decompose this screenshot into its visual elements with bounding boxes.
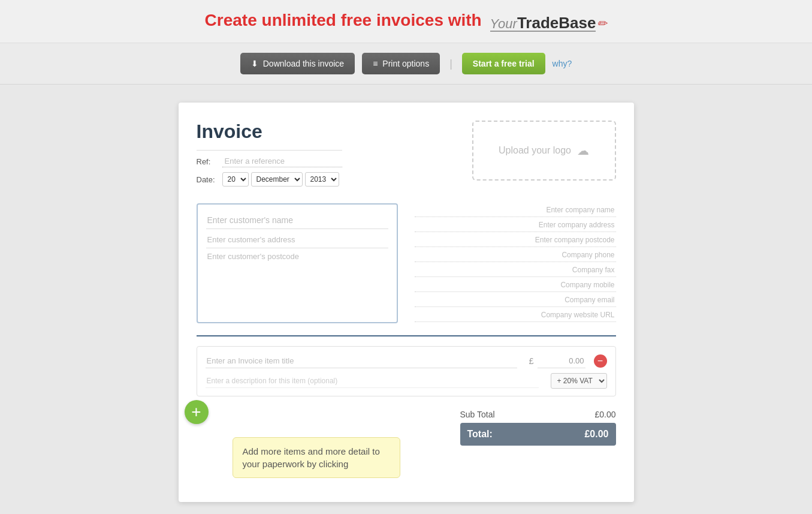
subtotal-row: Sub Total £0.00 [460,406,616,423]
add-item-section: + Sub Total £0.00 Total: £0.00 [197,406,616,436]
date-year-select[interactable]: 2013 [305,172,339,187]
logo-upload-area[interactable]: Upload your logo ☁ [472,121,616,181]
item-title-input[interactable] [206,354,517,368]
invoice-meta: Ref: Date: 20 December 2013 [197,150,342,187]
remove-item-button[interactable]: − [594,354,607,368]
pencil-icon: ✏ [597,16,607,31]
subtotal-value: £0.00 [594,410,615,419]
item-price-input[interactable] [538,354,585,368]
toolbar: ⬇ Download this invoice ≡ Print options … [0,43,812,85]
company-phone-input[interactable] [415,248,616,262]
header-banner: Create unlimited free invoices with Your… [0,0,812,43]
add-item-button[interactable]: + [185,400,209,424]
company-address-input[interactable] [415,218,616,232]
print-label: Print options [382,59,429,68]
address-section [197,203,616,323]
date-label: Date: [197,175,218,184]
remove-icon: − [597,356,603,366]
hint-area: Add more items and more detail to your p… [197,442,616,490]
date-day-select[interactable]: 20 [222,172,249,187]
ref-row: Ref: [197,155,342,167]
item-desc-input[interactable] [206,374,539,388]
vat-select[interactable]: + 20% VAT [551,373,607,389]
brand-base: Base [559,14,596,32]
item-row-top: £ − [206,354,607,368]
hint-box: Add more items and more detail to your p… [233,437,400,478]
plus-icon: + [191,404,201,420]
invoice-item-row: £ − + 20% VAT [197,346,616,396]
hint-text: Add more items and more detail to your p… [243,446,380,469]
total-label: Total: [467,429,493,440]
download-icon: ⬇ [251,59,258,68]
invoice-title: Invoice [197,121,342,143]
ref-input[interactable] [222,155,342,167]
invoice-title-section: Invoice Ref: Date: 20 December [197,121,342,191]
trial-label: Start a free trial [473,59,535,68]
company-website-input[interactable] [415,308,616,322]
company-email-input[interactable] [415,293,616,307]
download-label: Download this invoice [263,59,344,68]
currency-symbol: £ [529,356,534,366]
download-button[interactable]: ⬇ Download this invoice [240,53,355,74]
ref-label: Ref: [197,157,218,166]
header-tagline: Create unlimited free invoices with [205,11,482,29]
trial-button[interactable]: Start a free trial [462,53,545,74]
company-fax-input[interactable] [415,263,616,277]
customer-box [197,203,398,323]
subtotal-label: Sub Total [460,410,495,419]
item-price-section: £ − [529,354,607,368]
company-info [415,203,616,323]
company-name-input[interactable] [415,203,616,217]
brand-trade: Trade [517,14,559,32]
date-month-select[interactable]: December [251,172,303,187]
toolbar-divider: | [447,58,455,70]
section-divider [197,335,616,336]
print-button[interactable]: ≡ Print options [362,53,440,74]
company-mobile-input[interactable] [415,278,616,292]
vat-select-wrapper: + 20% VAT [551,373,607,389]
brand-logo: YourTradeBase ✏ [490,15,608,32]
main-content: Invoice Ref: Date: 20 December [0,85,812,514]
print-icon: ≡ [373,59,378,68]
date-row: Date: 20 December 2013 [197,172,342,187]
invoice-header: Invoice Ref: Date: 20 December [197,121,616,191]
why-link[interactable]: why? [553,59,572,68]
total-value: £0.00 [584,429,608,440]
brand-your: Your [490,16,517,31]
customer-postcode-input[interactable] [206,248,388,264]
customer-name-input[interactable] [206,212,388,229]
item-row-bottom: + 20% VAT [206,373,607,389]
invoice-card: Invoice Ref: Date: 20 December [179,103,634,502]
customer-address-input[interactable] [206,232,388,248]
logo-upload-text: Upload your logo [499,145,571,156]
cloud-upload-icon: ☁ [577,143,589,158]
totals-table: Sub Total £0.00 Total: £0.00 [460,406,616,446]
company-postcode-input[interactable] [415,233,616,247]
